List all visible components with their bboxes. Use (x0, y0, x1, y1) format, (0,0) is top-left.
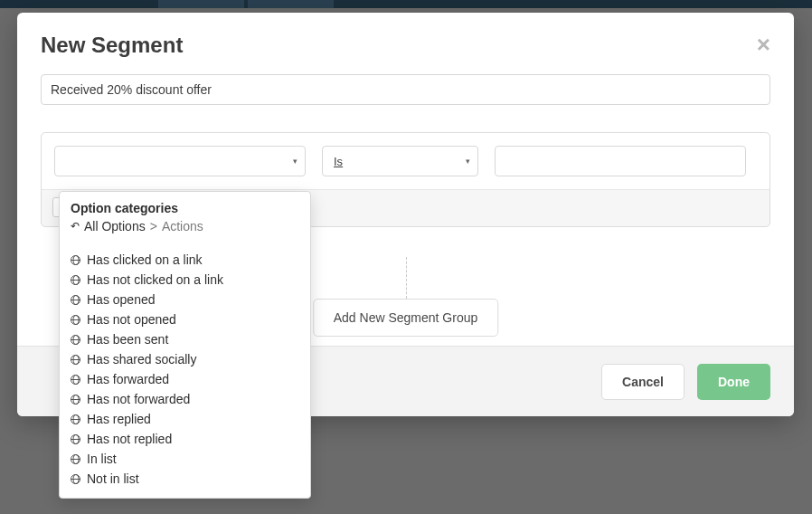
dropdown-option[interactable]: Has clicked on a link (60, 250, 310, 270)
dropdown-header: Option categories ↶ All Options > Action… (60, 192, 310, 244)
operator-label: Is (334, 155, 343, 168)
globe-icon (71, 255, 80, 265)
dropdown-option-label: Has clicked on a link (87, 252, 203, 267)
back-arrow-icon: ↶ (71, 220, 80, 233)
group-connector-line (406, 257, 407, 299)
globe-icon (71, 434, 80, 444)
dropdown-option[interactable]: Has not forwarded (60, 389, 310, 409)
dropdown-option[interactable]: Has replied (60, 409, 310, 429)
condition-value-input[interactable] (495, 146, 746, 176)
globe-icon (71, 414, 80, 424)
chevron-down-icon: ▾ (466, 157, 470, 166)
dropdown-option[interactable]: Has shared socially (60, 349, 310, 369)
modal-title: New Segment (41, 33, 183, 58)
dropdown-option-label: Has shared socially (87, 352, 196, 366)
dropdown-breadcrumb[interactable]: ↶ All Options > Actions (71, 219, 299, 241)
dropdown-option[interactable]: Has been sent (60, 329, 310, 349)
dropdown-option[interactable]: Not in list (60, 469, 310, 489)
dropdown-option[interactable]: Has not replied (60, 429, 310, 449)
globe-icon (71, 395, 80, 405)
dropdown-title: Option categories (71, 201, 299, 215)
dropdown-option[interactable]: Has forwarded (60, 369, 310, 389)
dropdown-option-label: Has not opened (87, 312, 176, 327)
dropdown-option-label: Has not forwarded (87, 392, 190, 406)
dropdown-option[interactable]: Has not opened (60, 309, 310, 329)
topbar-tab (158, 0, 244, 8)
dropdown-option-label: Has not replied (87, 432, 172, 446)
dropdown-option-label: In list (87, 452, 117, 466)
done-button[interactable]: Done (697, 364, 770, 400)
segment-rule-row: ▾ Is ▾ (42, 133, 770, 190)
cancel-button[interactable]: Cancel (601, 364, 685, 400)
add-segment-group-button[interactable]: Add New Segment Group (313, 299, 499, 337)
dropdown-option[interactable]: Has opened (60, 290, 310, 309)
breadcrumb-current: Actions (162, 219, 203, 233)
globe-icon (71, 295, 80, 305)
dropdown-option[interactable]: Has not clicked on a link (60, 270, 310, 290)
app-topbar (0, 0, 812, 8)
dropdown-option-label: Not in list (87, 471, 139, 486)
condition-dropdown: Option categories ↶ All Options > Action… (59, 191, 311, 499)
globe-icon (71, 315, 80, 325)
dropdown-option-label: Has been sent (87, 332, 168, 347)
dropdown-options-list: Has clicked on a linkHas not clicked on … (60, 244, 310, 498)
chevron-down-icon: ▾ (293, 157, 297, 166)
globe-icon (71, 335, 80, 345)
dropdown-option-label: Has forwarded (87, 372, 169, 386)
operator-select[interactable]: Is ▾ (322, 146, 478, 176)
breadcrumb-root: All Options (84, 219, 146, 233)
breadcrumb-separator: > (150, 219, 157, 233)
globe-icon (71, 474, 80, 484)
modal-header: New Segment × (17, 13, 794, 74)
globe-icon (71, 454, 80, 464)
globe-icon (71, 275, 80, 285)
topbar-tab (248, 0, 334, 8)
segment-name-input[interactable] (41, 74, 770, 105)
globe-icon (71, 355, 80, 365)
globe-icon (71, 375, 80, 385)
dropdown-option-label: Has not clicked on a link (87, 272, 223, 287)
condition-field-select[interactable]: ▾ (54, 146, 306, 176)
dropdown-option[interactable]: In list (60, 449, 310, 469)
dropdown-option-label: Has opened (87, 292, 156, 307)
dropdown-option-label: Has replied (87, 412, 151, 426)
close-icon[interactable]: × (757, 33, 770, 56)
